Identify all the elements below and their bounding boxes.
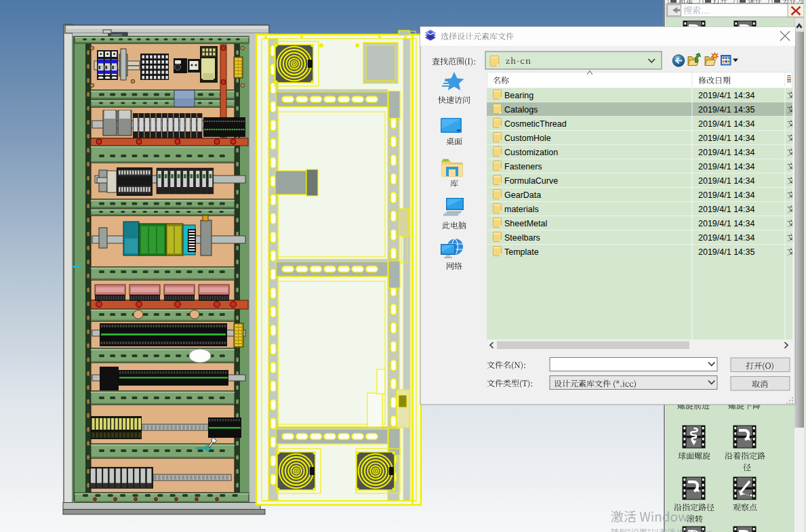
svg-text:CustomHole: CustomHole bbox=[504, 134, 551, 143]
svg-text:Fasteners: Fasteners bbox=[504, 162, 542, 171]
svg-text:2019/4/1 14:34: 2019/4/1 14:34 bbox=[698, 148, 754, 157]
svg-text:Steelbars: Steelbars bbox=[504, 233, 540, 243]
svg-text:GearData: GearData bbox=[504, 190, 541, 200]
svg-text:2019/4/1 14:34: 2019/4/1 14:34 bbox=[698, 176, 754, 186]
svg-text:2019/4/1 14:35: 2019/4/1 14:35 bbox=[698, 247, 754, 257]
svg-text:2019/4/1 14:34: 2019/4/1 14:34 bbox=[698, 190, 754, 200]
svg-text:Catalogs: Catalogs bbox=[504, 105, 538, 115]
svg-text:2019/4/1 14:34: 2019/4/1 14:34 bbox=[698, 205, 754, 214]
svg-text:2019/4/1 14:34: 2019/4/1 14:34 bbox=[698, 219, 754, 228]
svg-text:2019/4/1 14:34: 2019/4/1 14:34 bbox=[698, 134, 754, 143]
svg-text:2019/4/1 14:35: 2019/4/1 14:35 bbox=[698, 105, 754, 115]
svg-text:SheetMetal: SheetMetal bbox=[504, 219, 547, 228]
svg-text:materials: materials bbox=[504, 205, 539, 214]
svg-text:2019/4/1 14:34: 2019/4/1 14:34 bbox=[698, 233, 754, 243]
svg-text:FormulaCurve: FormulaCurve bbox=[504, 176, 558, 186]
svg-text:2019/4/1 14:34: 2019/4/1 14:34 bbox=[698, 91, 754, 100]
svg-text:CosmeticThread: CosmeticThread bbox=[504, 119, 567, 129]
svg-text:2019/4/1 14:34: 2019/4/1 14:34 bbox=[698, 119, 754, 129]
svg-text:Bearing: Bearing bbox=[504, 91, 533, 100]
svg-text:Customization: Customization bbox=[504, 148, 558, 157]
svg-text:Template: Template bbox=[504, 247, 539, 257]
svg-text:2019/4/1 14:34: 2019/4/1 14:34 bbox=[698, 162, 754, 171]
